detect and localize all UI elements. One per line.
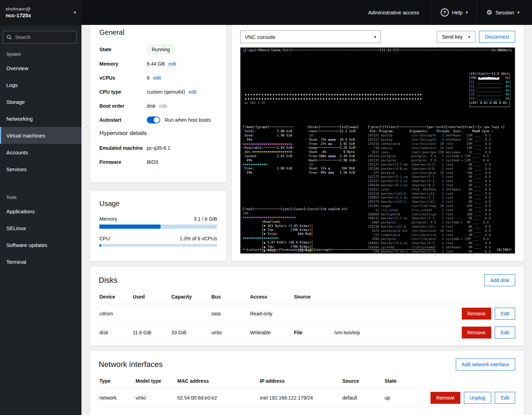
network-title: Network interfaces (99, 360, 163, 369)
console-card: VNC console ▾ Send key ▾ Disconnect ┌┤¹c… (232, 25, 524, 261)
sidebar-item-services[interactable]: Services (0, 161, 81, 178)
edit-disk-button[interactable]: Edit (495, 308, 515, 320)
terminal-line: ┤³net├──────────────┤sync├─┤auto├─┤zero├… (243, 207, 347, 212)
terminal-line: 1874 containerd-shi /usr/bin/cont 14 roo… (368, 229, 514, 233)
disk-access: Writeable (250, 330, 294, 335)
host-switcher[interactable]: ehofmann@ ncc-1725x ▾ (0, 0, 81, 25)
sidebar-item-label: Networking (6, 116, 33, 122)
help-menu[interactable]: ? Help ▾ (432, 0, 477, 25)
terminal-line: └────────────────────┘ (469, 105, 511, 109)
chevron-down-icon: ▾ (374, 35, 376, 39)
admin-access-button[interactable]: Administrative access (356, 9, 431, 15)
session-menu[interactable]: ⚙ Session ▾ (477, 0, 528, 25)
disk-used: 11.6 GiB (133, 330, 171, 335)
terminal-line: 2004 postgres postgres: 9.6 1 systemd-+ … (368, 221, 514, 225)
terminal-footer: └─┤select├─┤info├──┤Terminate├┤Kill├┤Int… (243, 248, 435, 252)
terminal-line: Free: 89% ▮▮▮ 1.58 GiB (307, 171, 359, 175)
main-content: General State Running Memory 6.44 GB edi… (81, 25, 532, 415)
terminal-line: 737 irqbalance /usr/sbin/irq 2 root 4M ⣀… (368, 233, 514, 237)
terminal-line: │C2 ⣀⣀⣀⣀⣀⣀⣀⣀⣀⣀⣀ 0%│ (469, 85, 511, 89)
terminal-line: ♦♦♦♦♦♦♦♦♦♦♦♦♦♦♦♦♦♦♦ (243, 236, 347, 241)
memory-edit-link[interactable]: edit (168, 61, 176, 67)
terminal-line: 180864 multipathd /sbin/multipa 7 root 1… (368, 213, 514, 217)
col-header: Capacity (171, 294, 211, 300)
search-box[interactable] (3, 31, 77, 43)
add-disk-button[interactable]: Add disk (484, 274, 515, 286)
sidebar-item-logs[interactable]: Logs (0, 76, 81, 93)
firmware-row: Firmware BIOS (99, 158, 217, 166)
add-network-interface-button[interactable]: Add network interface (456, 359, 515, 370)
cpu-progressbar (99, 244, 217, 247)
disks-title: Disks (99, 276, 118, 285)
autostart-toggle[interactable] (147, 116, 160, 123)
terminal-line: 245314 postgres postgres: 9.6 1 systemd-… (368, 154, 514, 159)
gear-icon: ⚙ (486, 9, 492, 16)
masthead: Administrative access ? Help ▾ ⚙ Session… (81, 0, 532, 25)
terminal-line: ♦♦♦♦♦♦♦♦♦♦♦♦♦ (243, 163, 294, 167)
boot-order-edit-link[interactable]: edit (159, 103, 167, 109)
vcpus-edit-link[interactable]: edit (153, 75, 161, 81)
sidebar-item-virtual-machines[interactable]: Virtual machines (0, 127, 81, 144)
terminal-line: Free:100% ▮▮▮▮ 3.26 GiB (307, 154, 359, 159)
iface-type: network (99, 395, 136, 401)
table-row: cdrom sata Read-only Remove Edit (99, 304, 515, 323)
network-card: Network interfaces Add network interface… (90, 351, 524, 415)
sidebar-item-storage[interactable]: Storage (0, 93, 81, 110)
vnc-terminal[interactable]: ┌┤¹cpu├─┤Menu├─┤mode:full├──────────────… (240, 47, 515, 254)
edit-disk-button[interactable]: Edit (495, 327, 515, 339)
terminal-line: ─Available:───────3.83 GiB─ (243, 146, 294, 150)
console-type-select[interactable]: VNC console ▾ (240, 31, 381, 43)
terminal-line: ♦♦♦♦♦♦♦♦♦♦♦♦♦♦♦♦♦♦♦♦♦♦♦♦♦♦♦♦♦♦♦♦♦♦♦♦♦♦♦♦… (245, 93, 423, 97)
disconnect-button[interactable]: Disconnect (479, 31, 515, 43)
terminal-line: ♦♦♦♦♦♦♦♦♦♦♦♦♦♦♦♦♦♦♦♦♦♦♦♦♦♦♦♦♦♦♦♦♦♦♦♦♦♦♦♦… (245, 97, 423, 101)
sidebar-item-label: Terminal (6, 259, 26, 265)
terminal-line: ─swap────────────3.26 GiB─ (307, 146, 359, 150)
terminal-line: │C3 ⣀⣀⣀⣀⣀⣀⣀⣀⣀⣀⣀ 0%│ (469, 89, 511, 93)
sidebar-item-label: Logs (6, 82, 18, 88)
terminal-line: 975 dockerd /usr/bin/dock 13 root 78M ⣀⣀… (368, 171, 514, 175)
usage-title: Usage (99, 200, 217, 208)
search-input[interactable] (14, 34, 73, 40)
terminal-line: ─root────────────15.1 GiB─ (307, 129, 359, 134)
sidebar-item-selinux[interactable]: SELinux (0, 220, 81, 236)
send-key-dropdown[interactable]: Send key ▾ (437, 31, 475, 43)
sidebar-item-label: Software updates (6, 242, 47, 248)
terminal-line: 240143 kworker/1:1-ev [kworker/1:1- 1 ro… (368, 216, 514, 221)
terminal-line: ─boot────────────1.90 GiB─ (307, 159, 359, 163)
terminal-line: IO: (307, 163, 359, 167)
usage-card: Usage Memory 3.1 / 6 GiB CPU 1.3% of 6 v… (90, 191, 226, 261)
col-header: Used (133, 294, 171, 300)
col-header: Bus (211, 294, 250, 300)
sidebar-item-label: Overview (6, 65, 28, 71)
remove-disk-button[interactable]: Remove (462, 327, 491, 339)
unplug-interface-button[interactable]: Unplug (464, 392, 491, 404)
sidebar-item-software-updates[interactable]: Software updates (0, 236, 81, 253)
vm-state-badge: Running (147, 45, 175, 54)
edit-interface-button[interactable]: Edit (495, 392, 515, 404)
terminal-line: │C1 ⣀⣀⣀⣀⣀⣀⣀⣀⣀⣀⣀ 0%│ (469, 80, 511, 85)
tools-nav: Applications SELinux Software updates Te… (0, 203, 81, 270)
hypervisor-title: Hypervisor details (99, 130, 217, 137)
col-header: IP address (260, 378, 342, 384)
system-nav: Overview Logs Storage Networking Virtual… (0, 60, 81, 178)
sidebar-item-terminal[interactable]: Terminal (0, 253, 81, 270)
sidebar-item-applications[interactable]: Applications (0, 203, 81, 220)
disk-device: cdrom (99, 311, 133, 316)
terminal-line: 245317 bpytop /usr/bin/pyth 3 ehofmann 2… (368, 138, 514, 142)
iface-state: up (385, 395, 431, 401)
col-header: Source (294, 294, 515, 300)
sidebar-item-networking[interactable]: Networking (0, 110, 81, 127)
help-label: Help (452, 9, 463, 15)
sidebar-item-accounts[interactable]: Accounts (0, 144, 81, 161)
terminal-line: 19% (243, 171, 294, 175)
terminal-line: │▼ Total: 694 MiB│ (243, 232, 347, 236)
remove-disk-button[interactable]: Remove (462, 308, 491, 320)
terminal-proc-rows: 245241 bpytop /usr/bin/pyth 3 ehofmann 2… (368, 121, 514, 254)
terminal-line: │CPU ▅▄▅▅▅▆▅▅▅▄▅ 1%│ (469, 76, 511, 80)
terminal-header: ┌┤¹cpu├─┤Menu├─┤mode:full├──────────────… (243, 48, 501, 53)
remove-interface-button[interactable]: Remove (431, 392, 460, 404)
sidebar-item-overview[interactable]: Overview (0, 60, 81, 76)
cpu-type-edit-link[interactable]: edit (189, 89, 197, 95)
terminal-line: │C4 ⣀⣀⣀⣀⣀⣀⣀⣀⣀⣀⣀ 0%│ (469, 93, 511, 97)
col-header: State (385, 378, 515, 384)
